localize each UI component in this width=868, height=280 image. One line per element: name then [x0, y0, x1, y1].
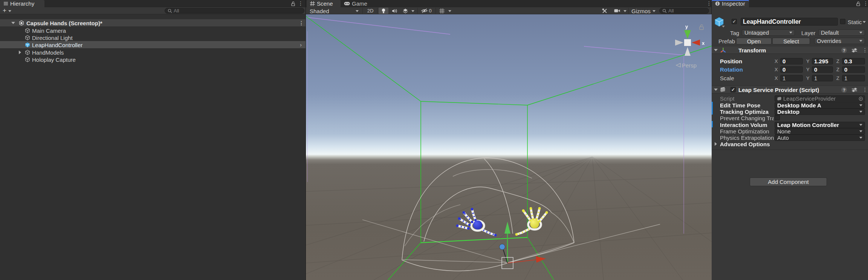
tab-inspector[interactable]: Inspector [712, 0, 749, 7]
scene-tools-button[interactable] [600, 8, 610, 14]
interaction-volume-dropdown[interactable]: Leap Motion Controller [775, 122, 865, 128]
leap-foldout[interactable] [714, 89, 718, 91]
lightbulb-icon [381, 8, 386, 14]
scene-search-input[interactable]: All [659, 8, 709, 14]
object-picker-icon[interactable] [859, 96, 863, 101]
leap-menu-icon[interactable]: ⋮ [862, 86, 868, 93]
gizmo-z-handle[interactable] [500, 244, 505, 250]
scene-grid-toggle[interactable] [437, 8, 447, 14]
script-icon [720, 87, 726, 92]
leap-enabled-checkbox[interactable]: ✓ [730, 87, 736, 92]
edit-time-pose-dropdown[interactable]: Desktop Mode A [775, 102, 865, 109]
hierarchy-item-leaphandcontroller[interactable]: LeapHandController › [0, 41, 306, 48]
scene-visibility-toggle[interactable]: 0 [419, 8, 434, 14]
active-checkbox[interactable]: ✓ [732, 19, 737, 24]
tab-game[interactable]: Game [341, 0, 372, 7]
gizmos-dropdown-arrow[interactable] [653, 10, 656, 12]
tab-scene[interactable]: Scene [307, 0, 341, 7]
speaker-icon [392, 9, 397, 13]
tab-hierarchy[interactable]: Hierarchy [0, 0, 44, 7]
rotation-x-field[interactable]: 0 [780, 66, 803, 73]
toggle-2d-button[interactable]: 2D [365, 8, 376, 14]
add-component-button[interactable]: Add Component [750, 177, 827, 186]
script-object-field[interactable]: LeapServiceProvider [775, 95, 865, 102]
physics-extrapolation-dropdown[interactable]: Auto [775, 135, 865, 141]
gizmos-dropdown[interactable]: Gizmos [631, 8, 651, 14]
lock-icon[interactable] [856, 2, 860, 6]
scene-effects-toggle[interactable] [401, 8, 410, 14]
camera-dropdown-arrow[interactable] [623, 10, 627, 12]
help-icon[interactable]: ? [841, 47, 847, 53]
axis-y: Y [806, 58, 810, 64]
rotation-label: Rotation [720, 66, 773, 73]
row-chevron-icon[interactable]: › [300, 41, 302, 48]
create-button[interactable]: + [3, 7, 6, 14]
scene-menu-icon[interactable]: ⋮ [706, 0, 712, 7]
eye-slash-icon [421, 8, 428, 13]
grid-dropdown-arrow[interactable] [448, 10, 451, 12]
layer-dropdown[interactable]: Default [818, 29, 865, 36]
position-x-field[interactable]: 0 [780, 58, 803, 64]
hierarchy-search-input[interactable]: All [165, 8, 304, 14]
scale-row: Scale X 1 Y 1 Z 1 [712, 75, 868, 81]
hierarchy-item-directional-light[interactable]: Directional Light [0, 34, 306, 41]
advanced-options-row[interactable]: Advanced Options [712, 141, 868, 147]
advanced-options-foldout[interactable] [715, 142, 717, 146]
static-dropdown-arrow[interactable] [863, 21, 866, 23]
gameobject-name-field[interactable]: LeapHandController [741, 18, 838, 26]
hierarchy-item-handmodels[interactable]: HandModels [0, 49, 306, 56]
shading-dropdown-arrow[interactable] [356, 10, 359, 12]
prevent-changing-checkbox[interactable] [775, 115, 780, 120]
hierarchy-tab-label: Hierarchy [10, 0, 34, 7]
inspector-menu-icon[interactable]: ⋮ [863, 0, 868, 7]
position-y-field[interactable]: 1.295 [812, 58, 833, 64]
scene-foldout[interactable] [11, 22, 15, 24]
axis-z: Z [836, 67, 839, 72]
rotation-y-field[interactable]: 0 [812, 66, 833, 73]
position-label: Position [720, 58, 773, 64]
edit-time-pose-label: Edit Time Pose [720, 102, 774, 109]
leap-service-provider-header[interactable]: ✓ Leap Service Provider (Script) ? ⋮ [712, 86, 868, 93]
interaction-volume-row: Interaction Volum Leap Motion Controller [712, 122, 868, 128]
handmodels-foldout[interactable] [19, 50, 21, 54]
scene-tabstrip: Scene Game ⋮ [306, 0, 711, 7]
scene-row[interactable]: Capsule Hands (Screentop)* ⋮ [0, 19, 306, 26]
transform-header[interactable]: Transform ? ⋮ [712, 46, 868, 54]
orientation-center-cube[interactable] [684, 39, 691, 46]
transform-icon [720, 47, 726, 53]
scene-camera-button[interactable] [612, 8, 622, 14]
tag-dropdown[interactable]: Untagged [742, 29, 795, 36]
frame-optimization-row: Frame Optimization None [712, 128, 868, 134]
rotation-z-field[interactable]: 0 [842, 66, 865, 73]
frame-optimization-dropdown[interactable]: None [775, 128, 865, 135]
create-dropdown-arrow[interactable] [8, 10, 11, 12]
script-icon [777, 96, 782, 101]
prefab-select-button[interactable]: Select [772, 38, 810, 44]
hierarchy-menu-icon[interactable]: ⋮ [298, 0, 303, 7]
tag-label: Tag [730, 30, 739, 36]
transform-foldout[interactable] [714, 49, 718, 51]
lock-icon[interactable] [291, 2, 295, 6]
hierarchy-item-main-camera[interactable]: Main Camera [0, 27, 306, 34]
axis-z: Z [836, 58, 839, 64]
help-icon[interactable]: ? [841, 87, 847, 93]
hierarchy-item-holoplay-capture[interactable]: Holoplay Capture [0, 56, 306, 63]
prefab-icon-dropdown-arrow[interactable] [722, 26, 725, 28]
scale-x-field[interactable]: 1 [780, 75, 803, 81]
scene-audio-toggle[interactable] [390, 8, 399, 14]
scene-lighting-toggle[interactable] [379, 8, 388, 14]
scale-y-field[interactable]: 1 [812, 75, 833, 81]
tracking-optimization-dropdown[interactable]: Desktop [775, 109, 865, 115]
scene-viewport[interactable]: y x Persp [306, 14, 712, 280]
scene-row-menu-icon[interactable]: ⋮ [299, 20, 304, 27]
axis-x: X [775, 75, 778, 81]
prefab-overrides-dropdown[interactable]: Overrides [814, 38, 865, 44]
prefab-open-button[interactable]: Open [736, 38, 772, 44]
shading-mode-dropdown[interactable]: Shaded [310, 8, 329, 14]
scale-z-field[interactable]: 1 [842, 75, 865, 81]
static-checkbox[interactable] [840, 19, 845, 24]
search-icon [662, 9, 667, 13]
transform-menu-icon[interactable]: ⋮ [862, 47, 868, 54]
position-z-field[interactable]: 0.3 [842, 58, 865, 64]
effects-dropdown-arrow[interactable] [411, 10, 414, 12]
